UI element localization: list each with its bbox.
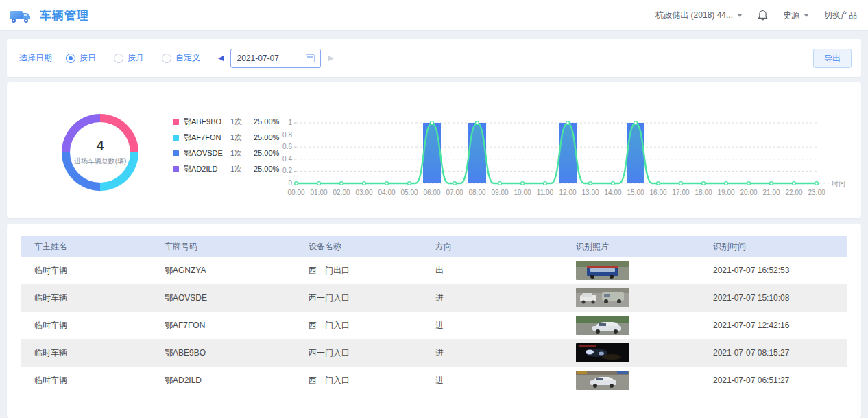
svg-text:15:00: 15:00 [627, 189, 644, 196]
switch-product-link[interactable]: 切换产品 [824, 10, 857, 21]
cell-device: 西一门入口 [309, 312, 435, 339]
vehicle-photo[interactable] [576, 343, 629, 362]
cell-owner: 临时车辆 [21, 367, 165, 394]
legend-item[interactable]: 鄂AOVSDE1次25.00% [173, 148, 279, 158]
svg-text:12:00: 12:00 [559, 189, 576, 196]
table-row: 临时车辆鄂AD2ILD西一门入口进2021-07-07 06:51:27 [21, 367, 847, 394]
cell-owner: 临时车辆 [21, 339, 165, 367]
date-filter-bar: 选择日期 按日 按月 自定义 ◀ 2021-07-07 ▶ 导出 [7, 39, 861, 77]
truck-logo-icon [8, 6, 32, 24]
prev-day-arrow[interactable]: ◀ [218, 54, 224, 62]
legend-count: 1次 [230, 117, 254, 127]
cell-photo [576, 367, 713, 394]
cell-time: 2021-07-07 16:52:53 [713, 257, 847, 284]
date-value: 2021-07-07 [237, 54, 306, 63]
vehicle-photo[interactable] [576, 261, 629, 280]
vehicle-photo[interactable] [576, 288, 629, 307]
svg-text:07:00: 07:00 [446, 189, 463, 196]
chevron-down-icon [737, 14, 743, 17]
svg-text:0.2: 0.2 [282, 167, 292, 174]
table-header-row: 车主姓名 车牌号码 设备名称 方向 识别照片 识别时间 [21, 236, 847, 257]
radio-by-month[interactable]: 按月 [114, 52, 144, 64]
legend-count: 1次 [230, 148, 254, 159]
app-header: 车辆管理 杭政储出 (2018) 44... 史源 切换产品 [0, 0, 868, 31]
legend: 鄂ABE9BO1次25.00%鄂AF7FON1次25.00%鄂AOVSDE1次2… [173, 117, 279, 180]
cell-time: 2021-07-07 12:42:16 [713, 312, 847, 339]
calendar-icon [306, 54, 315, 62]
cell-direction: 进 [435, 284, 576, 312]
cell-photo [576, 257, 713, 284]
vehicle-table-body: 临时车辆鄂AGNZYA西一门出口出2021-07-07 16:52:53临时车辆… [21, 257, 847, 394]
vehicle-photo[interactable] [576, 371, 629, 390]
svg-text:0.4: 0.4 [282, 155, 292, 163]
legend-plate: 鄂ABE9BO [184, 117, 230, 127]
col-time: 识别时间 [713, 236, 847, 257]
page-title: 车辆管理 [40, 8, 89, 23]
svg-text:05:00: 05:00 [400, 189, 418, 196]
legend-plate: 鄂AOVSDE [184, 148, 230, 159]
svg-text:20:00: 20:00 [740, 189, 757, 196]
svg-text:18:00: 18:00 [695, 189, 712, 196]
notification-bell-icon[interactable] [758, 10, 768, 21]
svg-text:17:00: 17:00 [672, 189, 689, 196]
col-direction: 方向 [435, 236, 576, 257]
radio-custom[interactable]: 自定义 [162, 52, 200, 64]
cell-device: 西一门入口 [309, 367, 435, 394]
legend-swatch-icon [173, 119, 179, 125]
svg-text:1: 1 [288, 119, 292, 126]
svg-text:01:00: 01:00 [310, 189, 327, 196]
svg-text:时间: 时间 [832, 180, 845, 187]
recognition-table-card: 车主姓名 车牌号码 设备名称 方向 识别照片 识别时间 临时车辆鄂AGNZYA西… [7, 224, 861, 418]
timeline-chart: 00.20.40.60.8100:0001:0002:0003:0004:000… [276, 106, 850, 200]
svg-text:0.8: 0.8 [282, 131, 292, 139]
org-selector[interactable]: 杭政储出 (2018) 44... [655, 10, 743, 21]
cell-device: 西一门入口 [309, 284, 435, 312]
svg-text:14:00: 14:00 [604, 189, 621, 196]
cell-plate: 鄂AF7FON [165, 312, 309, 339]
table-row: 临时车辆鄂AF7FON西一门入口进2021-07-07 12:42:16 [21, 312, 847, 339]
radio-by-day[interactable]: 按日 [66, 52, 96, 64]
cell-device: 西一门入口 [309, 339, 435, 367]
cell-plate: 鄂AGNZYA [165, 257, 309, 284]
donut-chart: 4 进场车辆总数(辆) [62, 114, 138, 191]
svg-text:02:00: 02:00 [333, 189, 350, 196]
vehicle-photo[interactable] [576, 316, 629, 335]
svg-text:06:00: 06:00 [423, 189, 440, 196]
user-name: 史源 [783, 10, 799, 21]
next-day-arrow[interactable]: ▶ [328, 54, 333, 62]
cell-plate: 鄂AOVSDE [165, 284, 309, 312]
svg-text:08:00: 08:00 [468, 189, 485, 196]
cell-time: 2021-07-07 08:15:27 [713, 339, 847, 367]
export-button[interactable]: 导出 [813, 49, 852, 68]
vehicle-table: 车主姓名 车牌号码 设备名称 方向 识别照片 识别时间 临时车辆鄂AGNZYA西… [21, 236, 847, 394]
legend-item[interactable]: 鄂AF7FON1次25.00% [173, 132, 279, 142]
total-count: 4 [97, 139, 104, 154]
svg-text:16:00: 16:00 [649, 189, 666, 196]
cell-time: 2021-07-07 15:10:08 [713, 284, 847, 312]
cell-owner: 临时车辆 [21, 284, 165, 312]
legend-plate: 鄂AF7FON [184, 132, 230, 143]
date-picker-input[interactable]: 2021-07-07 [230, 49, 321, 68]
svg-text:13:00: 13:00 [581, 189, 599, 196]
radio-dot-icon [66, 54, 75, 63]
cell-direction: 出 [435, 257, 576, 284]
legend-item[interactable]: 鄂AD2ILD1次25.00% [173, 164, 279, 174]
legend-swatch-icon [173, 135, 179, 141]
user-menu[interactable]: 史源 [783, 10, 809, 21]
cell-direction: 进 [435, 367, 576, 394]
svg-text:19:00: 19:00 [717, 189, 734, 196]
legend-item[interactable]: 鄂ABE9BO1次25.00% [173, 117, 279, 126]
radio-dot-icon [162, 54, 171, 63]
cell-direction: 进 [435, 339, 576, 367]
table-row: 临时车辆鄂ABE9BO西一门入口进2021-07-07 08:15:27 [21, 339, 847, 367]
cell-owner: 临时车辆 [21, 257, 165, 284]
date-filter-label: 选择日期 [19, 52, 52, 64]
legend-plate: 鄂AD2ILD [184, 164, 230, 174]
legend-count: 1次 [230, 132, 254, 143]
legend-swatch-icon [173, 150, 179, 156]
svg-text:0: 0 [288, 179, 292, 187]
svg-text:03:00: 03:00 [355, 189, 372, 196]
col-device: 设备名称 [309, 236, 435, 257]
svg-text:23:00: 23:00 [808, 189, 825, 196]
donut-center: 4 进场车辆总数(辆) [70, 122, 130, 183]
